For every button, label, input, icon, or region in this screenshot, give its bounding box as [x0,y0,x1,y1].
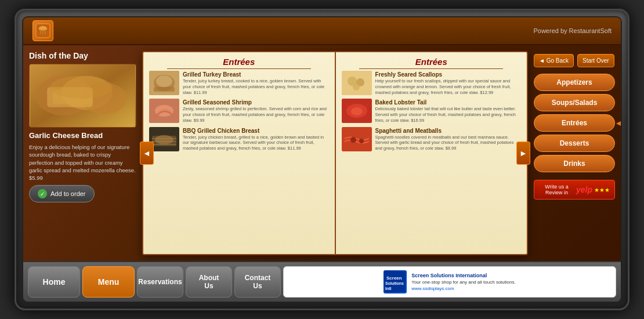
bbq-desc: Tender, juicy chicken breast, grilled to… [183,135,329,151]
next-page-arrow[interactable]: ► [516,142,530,165]
soups-salads-button[interactable]: Soups/Salads [534,94,615,111]
dish-of-day-title: Dish of the Day [29,51,136,60]
turkey-name: Grilled Turkey Breast [183,71,329,78]
spaghetti-text: Spaghetti and Meatballs Spaghetti noodle… [375,127,522,151]
yelp-review-button[interactable]: Write us a Review in yelp ★★★ [534,180,615,200]
menu-right-title: Entrées [342,57,522,67]
spaghetti-name: Spaghetti and Meatballs [375,127,522,135]
menu-left-title: Entrées [149,57,329,67]
svg-point-12 [50,76,113,99]
entrees-button[interactable]: Entrées [534,114,615,132]
menu-item-turkey: Grilled Turkey Breast Tender, juicy turk… [149,71,329,95]
svg-rect-3 [40,30,41,34]
check-icon: ✓ [38,189,47,198]
menu-book: Entrées [142,51,528,255]
advertisement-banner: Screen Solutions Intl Screen Solutions I… [283,266,616,298]
svg-point-15 [156,75,172,87]
turkey-image [149,71,179,95]
yelp-logo: yelp [576,185,592,194]
scallops-text: Freshly Seared Scallops Help yourself to… [375,71,522,95]
left-panel: Dish of the Day [29,51,136,255]
yelp-text: Write us a Review in [539,184,574,195]
scallops-name: Freshly Seared Scallops [375,71,522,78]
drinks-button[interactable]: Drinks [534,155,615,172]
nav-contact[interactable]: Contact Us [234,266,281,298]
appetizers-button[interactable]: Appetizers [534,74,615,91]
menu-divider-right [359,68,503,69]
prev-page-arrow[interactable]: ◄ [140,142,154,165]
shrimp-image [149,99,179,123]
ad-url: www.ssdisplays.com [411,286,454,291]
nav-bar: Home Menu Reservations About Us Contact … [23,261,621,302]
ad-text: Screen Solutions International Your one-… [411,272,515,292]
svg-point-24 [155,135,173,144]
svg-point-28 [353,84,360,90]
nav-reservations[interactable]: Reservations [137,266,183,298]
nav-about[interactable]: About Us [186,266,232,298]
ad-tagline: Your one-stop shop for any and all touch… [411,280,515,285]
shrimp-name: Grilled Seasoned Shrimp [183,99,329,106]
lobster-text: Baked Lobster Tail Deliciously baked lob… [375,99,522,123]
tv-frame: Powered by RestaurantSoft Dish of the Da… [15,9,629,310]
lobster-name: Baked Lobster Tail [375,99,522,106]
dish-desc: Enjoy a delicious helping of our signatu… [29,143,136,182]
menu-left-page: Entrées [143,52,336,254]
logo-area [32,20,53,41]
ad-logo: Screen Solutions Intl [383,270,407,293]
dish-image [29,64,136,128]
tv-screen: Powered by RestaurantSoft Dish of the Da… [22,16,622,303]
svg-rect-5 [45,30,46,34]
ad-company: Screen Solutions International [411,273,487,278]
shrimp-text: Grilled Seasoned Shrimp Zesty, seasoned … [183,99,329,123]
svg-text:Solutions: Solutions [385,281,404,285]
svg-rect-4 [42,30,44,34]
start-over-button[interactable]: Start Over [577,54,614,67]
menu-right-page: Entrées [336,52,527,254]
add-to-order-label: Add to order [50,190,86,197]
ad-content: Screen Solutions Intl Screen Solutions I… [383,270,515,293]
restaurant-logo [32,20,53,41]
scallops-image [342,71,372,95]
go-back-button[interactable]: ◄ Go Back [534,54,574,67]
turkey-text: Grilled Turkey Breast Tender, juicy turk… [183,71,329,95]
bbq-name: BBQ Grilled Chicken Breast [183,127,329,135]
shrimp-desc: Zesty, seasoned shrimp grilled to perfec… [183,106,329,123]
menu-item-lobster: Baked Lobster Tail Deliciously baked lob… [342,99,522,123]
menu-item-spaghetti: Spaghetti and Meatballs Spaghetti noodle… [342,127,522,151]
dish-name: Garlic Cheese Bread [29,131,136,140]
right-panel: ◄ Go Back Start Over Appetizers Soups/Sa… [534,51,615,255]
svg-rect-2 [39,28,47,30]
svg-point-33 [351,107,363,115]
main-area: Dish of the Day [23,45,621,261]
lobster-desc: Deliciously baked lobster tail that will… [375,106,522,123]
scallops-desc: Help yourself to our fresh scallops, dri… [375,78,522,95]
spaghetti-desc: Spaghetti noodles covered in meatballs a… [375,135,522,151]
menu-item-bbq: BBQ Grilled Chicken Breast Tender, juicy… [149,127,329,151]
powered-by-text: Powered by RestaurantSoft [533,27,612,34]
yelp-stars: ★★★ [594,187,610,193]
nav-menu[interactable]: Menu [82,266,135,298]
turkey-desc: Tender, juicy turkey breast, cooked to a… [183,78,329,95]
svg-text:Screen: Screen [386,276,402,281]
add-to-order-button[interactable]: ✓ Add to order [29,185,95,202]
center-menu: ◄ Entrées [142,51,528,255]
nav-home[interactable]: Home [28,266,80,298]
menu-item-scallops: Freshly Seared Scallops Help yourself to… [342,71,522,95]
menu-divider-left [167,68,311,69]
header-right: Powered by RestaurantSoft [533,27,612,34]
header: Powered by RestaurantSoft [23,17,621,45]
svg-point-35 [350,137,356,143]
bbq-text: BBQ Grilled Chicken Breast Tender, juicy… [183,127,329,151]
svg-rect-16 [154,87,175,92]
menu-item-shrimp: Grilled Seasoned Shrimp Zesty, seasoned … [149,99,329,123]
svg-text:Intl: Intl [385,287,392,291]
spaghetti-image [342,127,372,151]
desserts-button[interactable]: Desserts [534,135,615,152]
lobster-image [342,99,372,123]
svg-point-36 [359,139,364,143]
